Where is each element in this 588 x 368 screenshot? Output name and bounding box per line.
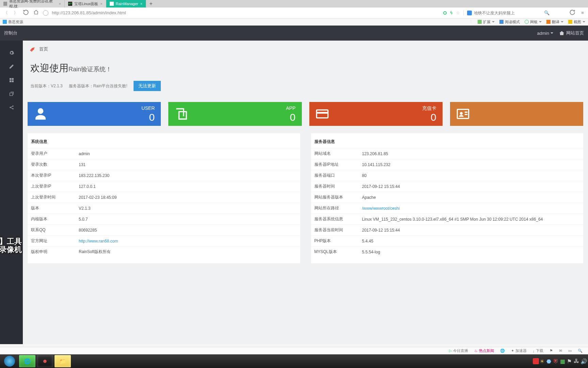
sidebar: [0, 41, 23, 344]
close-icon[interactable]: ×: [140, 2, 142, 6]
bookmark-favicon-icon: [3, 20, 7, 24]
search-box[interactable]: 🔍: [463, 10, 566, 15]
tray-icon[interactable]: ⚑: [567, 358, 573, 364]
browser-tab[interactable]: 善恶资源网-免费的活动,教程,技 ×: [0, 0, 65, 8]
tab-title: RainManager: [116, 2, 138, 6]
table-row: 服务器系统信息Linux VM_115_232_centos 3.10.0-12…: [311, 214, 584, 225]
browser-icon: 🌐: [24, 358, 31, 365]
breadcrumb-home[interactable]: 首页: [39, 46, 48, 52]
bookmark-label: 善恶资源: [8, 19, 23, 25]
shield-icon[interactable]: [443, 11, 447, 15]
card-user[interactable]: USER 0: [28, 102, 161, 126]
taskbar-app[interactable]: 🌐: [19, 355, 35, 367]
table-row: 网站所在路径/www/wwwroot/ceshi: [311, 203, 584, 214]
browser-tab[interactable]: BT 宝塔Linux面板 ×: [65, 0, 106, 8]
shield-icon: [525, 20, 529, 24]
home-button[interactable]: [33, 10, 40, 16]
accel-button[interactable]: ✦加速器: [511, 348, 527, 353]
taskbar-app[interactable]: ☻: [37, 355, 53, 367]
page-title: 欢迎使用Rain验证系统！: [30, 63, 112, 73]
row-key: 上次登录时间: [28, 192, 75, 203]
taskbar[interactable]: 🌐 ☻ 📁 ☀ ⬣ ⛨ ▦ ⚑ 🖧 🔊: [0, 354, 588, 368]
search-input[interactable]: [474, 11, 542, 15]
row-value: 123.206.81.85: [359, 148, 584, 159]
live-button[interactable]: ▷今日直播: [449, 348, 468, 353]
row-key: 版本: [28, 203, 75, 214]
ext-screenshot[interactable]: 截图: [568, 19, 585, 25]
star-icon[interactable]: ☆: [456, 11, 460, 15]
zoom-icon[interactable]: 🔍: [578, 349, 583, 353]
taskbar-app[interactable]: 📁: [55, 355, 71, 367]
app-brand[interactable]: 控制台: [4, 30, 17, 36]
close-icon[interactable]: ×: [59, 2, 61, 6]
bookmarks-bar: 善恶资源 ⋮ 扩展 阅读模式 网银 翻译 截图: [0, 18, 588, 26]
table-row: 服务器IP地址10.141.115.232: [311, 159, 584, 170]
row-value: RainSoft版权所有: [75, 247, 300, 257]
new-tab-button[interactable]: +: [146, 1, 156, 7]
reload-button[interactable]: [22, 9, 29, 17]
forward-button[interactable]: 〉: [12, 10, 19, 16]
ext-translate[interactable]: 翻译: [546, 19, 563, 25]
system-info-panel: 系统信息 登录用户admin登录次数131本次登录IP183.222.135.2…: [28, 133, 300, 263]
row-value: 10.141.115.232: [359, 159, 584, 170]
url-text[interactable]: http://123.206.81.85/admin/index.html: [52, 10, 126, 15]
flag-icon[interactable]: ⚑: [550, 349, 553, 353]
translate-icon[interactable]: 🌐: [500, 349, 505, 353]
card-recharge[interactable]: 充值卡 0: [309, 102, 443, 126]
table-row: 联系QQ80692285: [28, 225, 300, 236]
hotnews-button[interactable]: ♨热点新闻: [474, 348, 494, 353]
site-home-link[interactable]: 网站首页: [559, 30, 584, 36]
ext-expand[interactable]: 扩展: [478, 19, 495, 25]
back-button[interactable]: 〈: [2, 10, 9, 16]
update-button[interactable]: 无法更新: [134, 81, 161, 91]
browser-tab-active[interactable]: RainManager ×: [106, 0, 146, 8]
row-value: Apache: [359, 192, 584, 203]
tray-icon[interactable]: ▦: [560, 358, 566, 364]
tag-icon: 🔖: [30, 46, 35, 52]
search-engine-icon[interactable]: [467, 11, 472, 15]
ext-read[interactable]: 阅读模式: [499, 19, 520, 25]
system-tray[interactable]: ☀ ⬣ ⛨ ▦ ⚑ 🖧 🔊: [533, 358, 587, 364]
card-label: APP: [286, 105, 295, 111]
tray-icon[interactable]: ⛨: [553, 358, 559, 364]
row-value[interactable]: /www/wwwroot/ceshi: [359, 203, 584, 214]
search-icon[interactable]: 🔍: [544, 10, 550, 15]
share-icon[interactable]: [9, 105, 14, 110]
undo-button[interactable]: [569, 9, 576, 17]
tray-icon[interactable]: ⬣: [546, 358, 553, 364]
mail-icon[interactable]: ✉: [559, 349, 562, 353]
start-button[interactable]: [1, 355, 18, 367]
folder-icon: 📁: [59, 358, 66, 365]
tray-icon[interactable]: ☀: [540, 358, 546, 364]
card-value: 0: [431, 112, 436, 123]
user-menu[interactable]: admin: [537, 31, 553, 36]
menu-button[interactable]: ≡: [579, 10, 586, 15]
edit-icon[interactable]: [9, 64, 14, 69]
volume-icon[interactable]: 🔊: [581, 358, 587, 364]
ext-net[interactable]: 网银: [525, 19, 542, 25]
bolt-icon[interactable]: ϟ: [450, 11, 453, 15]
row-key: 登录次数: [28, 159, 75, 170]
copy-icon: [174, 107, 188, 121]
gear-icon[interactable]: [9, 50, 14, 56]
row-value: V2.1.3: [75, 203, 300, 214]
close-icon[interactable]: ×: [100, 2, 102, 6]
tray-icon[interactable]: [533, 358, 539, 364]
bookmark-item[interactable]: 善恶资源: [3, 19, 23, 25]
server-version: 服务器版本：Rain平台连接失败!: [69, 83, 127, 89]
download-button[interactable]: ↓下载: [533, 348, 544, 353]
row-value[interactable]: http://www.ran68.com: [75, 236, 300, 247]
main-content: 🔖 首页 欢迎使用Rain验证系统！ 当前版本：V2.1.3 服务器版本：Rai…: [23, 41, 588, 344]
row-key: PHP版本: [311, 236, 359, 247]
window-icon[interactable]: ▭: [568, 349, 572, 353]
grid-icon[interactable]: [9, 77, 14, 83]
table-row: 登录用户admin: [28, 148, 300, 159]
card-app[interactable]: APP 0: [168, 102, 301, 126]
row-key: 服务器当前时间: [311, 225, 359, 236]
table-row: 网站服务器版本Apache: [311, 192, 584, 203]
tray-icon[interactable]: 🖧: [574, 358, 580, 364]
row-value: admin: [75, 148, 300, 159]
site-info-icon[interactable]: [43, 10, 48, 16]
copy-icon[interactable]: [9, 91, 14, 97]
card-fourth[interactable]: [450, 102, 583, 126]
